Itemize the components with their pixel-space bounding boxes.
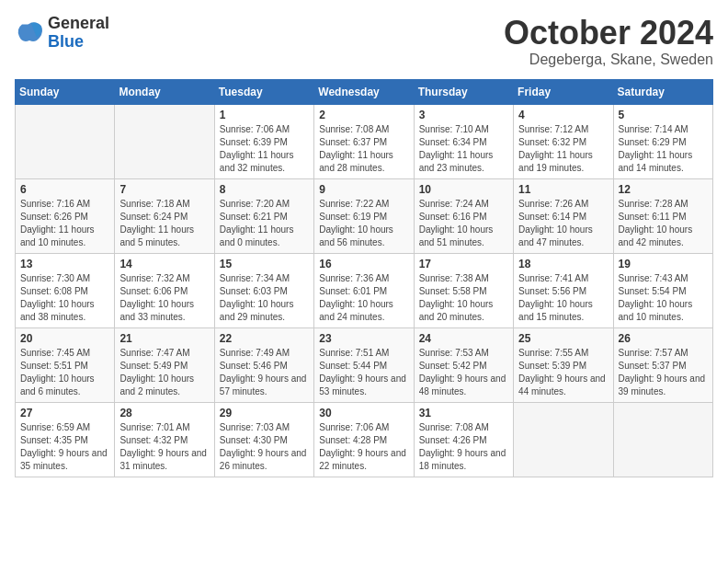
day-detail: Sunrise: 7:16 AMSunset: 6:26 PMDaylight:… bbox=[20, 198, 109, 249]
calendar-day: 29Sunrise: 7:03 AMSunset: 4:30 PMDayligh… bbox=[214, 402, 313, 477]
day-number: 24 bbox=[419, 332, 508, 345]
day-number: 15 bbox=[220, 258, 309, 270]
day-detail: Sunrise: 7:06 AMSunset: 4:28 PMDaylight:… bbox=[319, 421, 408, 473]
day-detail: Sunrise: 7:38 AMSunset: 5:58 PMDaylight:… bbox=[419, 272, 508, 324]
calendar-day: 30Sunrise: 7:06 AMSunset: 4:28 PMDayligh… bbox=[314, 402, 414, 477]
calendar-header: Sunday Monday Tuesday Wednesday Thursday… bbox=[16, 79, 713, 104]
calendar-day: 31Sunrise: 7:08 AMSunset: 4:26 PMDayligh… bbox=[414, 402, 513, 477]
day-number: 27 bbox=[20, 407, 109, 419]
calendar-day: 20Sunrise: 7:45 AMSunset: 5:51 PMDayligh… bbox=[16, 327, 115, 402]
logo: General Blue bbox=[15, 15, 109, 52]
day-detail: Sunrise: 7:36 AMSunset: 6:01 PMDaylight:… bbox=[319, 272, 408, 324]
day-detail: Sunrise: 7:43 AMSunset: 5:54 PMDaylight:… bbox=[619, 272, 708, 324]
calendar-day bbox=[613, 402, 712, 477]
header-sunday: Sunday bbox=[16, 79, 115, 104]
day-detail: Sunrise: 7:10 AMSunset: 6:34 PMDaylight:… bbox=[419, 123, 508, 175]
logo-icon bbox=[15, 18, 44, 48]
day-number: 19 bbox=[619, 258, 708, 270]
day-detail: Sunrise: 7:53 AMSunset: 5:42 PMDaylight:… bbox=[419, 347, 508, 398]
header-row: Sunday Monday Tuesday Wednesday Thursday… bbox=[16, 79, 713, 104]
calendar-day: 19Sunrise: 7:43 AMSunset: 5:54 PMDayligh… bbox=[613, 253, 712, 327]
day-detail: Sunrise: 7:14 AMSunset: 6:29 PMDaylight:… bbox=[619, 123, 708, 175]
day-detail: Sunrise: 7:57 AMSunset: 5:37 PMDaylight:… bbox=[619, 347, 708, 398]
day-number: 2 bbox=[319, 109, 408, 121]
day-detail: Sunrise: 7:26 AMSunset: 6:14 PMDaylight:… bbox=[518, 198, 608, 249]
day-detail: Sunrise: 7:06 AMSunset: 6:39 PMDaylight:… bbox=[220, 123, 309, 175]
calendar-day: 18Sunrise: 7:41 AMSunset: 5:56 PMDayligh… bbox=[514, 253, 613, 327]
calendar-day: 12Sunrise: 7:28 AMSunset: 6:11 PMDayligh… bbox=[613, 178, 712, 253]
day-detail: Sunrise: 7:49 AMSunset: 5:46 PMDaylight:… bbox=[220, 347, 309, 398]
day-detail: Sunrise: 7:41 AMSunset: 5:56 PMDaylight:… bbox=[518, 272, 608, 324]
day-number: 30 bbox=[319, 407, 408, 419]
day-detail: Sunrise: 7:20 AMSunset: 6:21 PMDaylight:… bbox=[220, 198, 309, 249]
day-detail: Sunrise: 7:22 AMSunset: 6:19 PMDaylight:… bbox=[319, 198, 408, 249]
calendar-day: 1Sunrise: 7:06 AMSunset: 6:39 PMDaylight… bbox=[214, 104, 313, 178]
day-detail: Sunrise: 7:28 AMSunset: 6:11 PMDaylight:… bbox=[619, 198, 708, 249]
day-number: 26 bbox=[619, 332, 708, 345]
month-title: October 2024 bbox=[504, 15, 713, 52]
day-number: 10 bbox=[419, 183, 508, 196]
calendar-day bbox=[16, 104, 115, 178]
day-number: 28 bbox=[119, 407, 209, 419]
calendar-day: 11Sunrise: 7:26 AMSunset: 6:14 PMDayligh… bbox=[514, 178, 613, 253]
calendar-day: 9Sunrise: 7:22 AMSunset: 6:19 PMDaylight… bbox=[314, 178, 414, 253]
day-number: 18 bbox=[518, 258, 608, 270]
day-number: 21 bbox=[119, 332, 209, 345]
day-detail: Sunrise: 7:18 AMSunset: 6:24 PMDaylight:… bbox=[119, 198, 209, 249]
day-number: 12 bbox=[619, 183, 708, 196]
day-detail: Sunrise: 7:08 AMSunset: 4:26 PMDaylight:… bbox=[419, 421, 508, 473]
title-section: October 2024 Degeberga, Skane, Sweden bbox=[504, 15, 713, 68]
day-detail: Sunrise: 7:03 AMSunset: 4:30 PMDaylight:… bbox=[220, 421, 309, 473]
day-number: 6 bbox=[20, 183, 109, 196]
day-number: 13 bbox=[20, 258, 109, 270]
day-detail: Sunrise: 7:51 AMSunset: 5:44 PMDaylight:… bbox=[319, 347, 408, 398]
calendar-day: 15Sunrise: 7:34 AMSunset: 6:03 PMDayligh… bbox=[214, 253, 313, 327]
day-number: 29 bbox=[220, 407, 309, 419]
calendar-day: 14Sunrise: 7:32 AMSunset: 6:06 PMDayligh… bbox=[115, 253, 214, 327]
calendar-day: 24Sunrise: 7:53 AMSunset: 5:42 PMDayligh… bbox=[414, 327, 513, 402]
day-number: 1 bbox=[220, 109, 309, 121]
header-saturday: Saturday bbox=[613, 79, 712, 104]
day-number: 4 bbox=[518, 109, 608, 121]
day-detail: Sunrise: 7:55 AMSunset: 5:39 PMDaylight:… bbox=[518, 347, 608, 398]
location: Degeberga, Skane, Sweden bbox=[504, 52, 713, 68]
day-detail: Sunrise: 7:08 AMSunset: 6:37 PMDaylight:… bbox=[319, 123, 408, 175]
calendar-week-2: 13Sunrise: 7:30 AMSunset: 6:08 PMDayligh… bbox=[16, 253, 713, 327]
calendar-day: 21Sunrise: 7:47 AMSunset: 5:49 PMDayligh… bbox=[115, 327, 214, 402]
calendar-week-1: 6Sunrise: 7:16 AMSunset: 6:26 PMDaylight… bbox=[16, 178, 713, 253]
day-number: 20 bbox=[20, 332, 109, 345]
day-detail: Sunrise: 7:24 AMSunset: 6:16 PMDaylight:… bbox=[419, 198, 508, 249]
day-detail: Sunrise: 7:01 AMSunset: 4:32 PMDaylight:… bbox=[119, 421, 209, 473]
calendar-day: 22Sunrise: 7:49 AMSunset: 5:46 PMDayligh… bbox=[214, 327, 313, 402]
calendar-day bbox=[514, 402, 613, 477]
calendar-day: 5Sunrise: 7:14 AMSunset: 6:29 PMDaylight… bbox=[613, 104, 712, 178]
day-number: 22 bbox=[220, 332, 309, 345]
calendar-day: 26Sunrise: 7:57 AMSunset: 5:37 PMDayligh… bbox=[613, 327, 712, 402]
day-number: 31 bbox=[419, 407, 508, 419]
day-detail: Sunrise: 7:12 AMSunset: 6:32 PMDaylight:… bbox=[518, 123, 608, 175]
day-number: 14 bbox=[119, 258, 209, 270]
calendar-day: 6Sunrise: 7:16 AMSunset: 6:26 PMDaylight… bbox=[16, 178, 115, 253]
header-friday: Friday bbox=[514, 79, 613, 104]
calendar-day bbox=[115, 104, 214, 178]
day-number: 11 bbox=[518, 183, 608, 196]
calendar-day: 28Sunrise: 7:01 AMSunset: 4:32 PMDayligh… bbox=[115, 402, 214, 477]
header-wednesday: Wednesday bbox=[314, 79, 414, 104]
calendar-week-4: 27Sunrise: 6:59 AMSunset: 4:35 PMDayligh… bbox=[16, 402, 713, 477]
calendar-day: 17Sunrise: 7:38 AMSunset: 5:58 PMDayligh… bbox=[414, 253, 513, 327]
calendar-day: 10Sunrise: 7:24 AMSunset: 6:16 PMDayligh… bbox=[414, 178, 513, 253]
calendar-week-3: 20Sunrise: 7:45 AMSunset: 5:51 PMDayligh… bbox=[16, 327, 713, 402]
day-detail: Sunrise: 7:34 AMSunset: 6:03 PMDaylight:… bbox=[220, 272, 309, 324]
day-detail: Sunrise: 7:45 AMSunset: 5:51 PMDaylight:… bbox=[20, 347, 109, 398]
day-number: 3 bbox=[419, 109, 508, 121]
calendar-day: 3Sunrise: 7:10 AMSunset: 6:34 PMDaylight… bbox=[414, 104, 513, 178]
day-detail: Sunrise: 7:32 AMSunset: 6:06 PMDaylight:… bbox=[119, 272, 209, 324]
day-detail: Sunrise: 7:30 AMSunset: 6:08 PMDaylight:… bbox=[20, 272, 109, 324]
calendar-day: 25Sunrise: 7:55 AMSunset: 5:39 PMDayligh… bbox=[514, 327, 613, 402]
calendar-day: 13Sunrise: 7:30 AMSunset: 6:08 PMDayligh… bbox=[16, 253, 115, 327]
header-thursday: Thursday bbox=[414, 79, 513, 104]
calendar-day: 16Sunrise: 7:36 AMSunset: 6:01 PMDayligh… bbox=[314, 253, 414, 327]
header-tuesday: Tuesday bbox=[214, 79, 313, 104]
calendar-table: Sunday Monday Tuesday Wednesday Thursday… bbox=[15, 79, 713, 477]
calendar-day: 4Sunrise: 7:12 AMSunset: 6:32 PMDaylight… bbox=[514, 104, 613, 178]
